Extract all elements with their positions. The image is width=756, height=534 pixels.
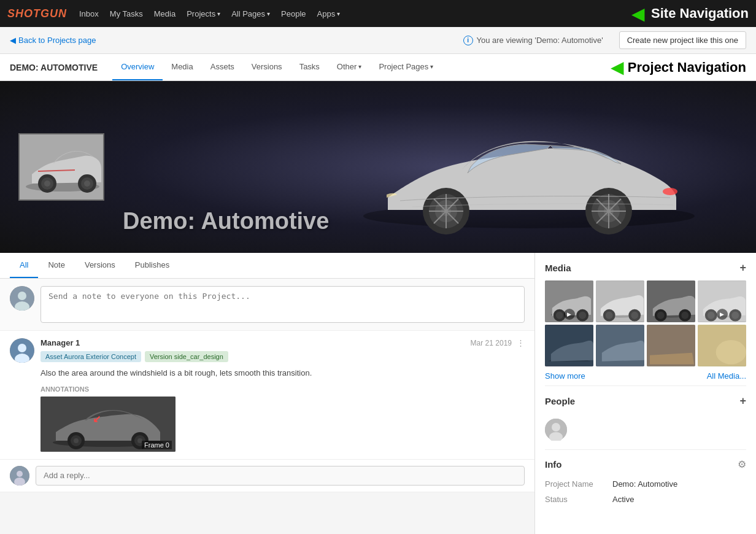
media-thumb-1[interactable]: ▶ bbox=[545, 281, 593, 322]
comment-author-avatar bbox=[10, 338, 34, 363]
tab-note[interactable]: Note bbox=[38, 253, 74, 278]
left-panel: All Note Versions Publishes bbox=[0, 253, 535, 534]
frame-label: Frame 0 bbox=[142, 441, 172, 449]
comment-tags: Asset Aurora Exterior Concept Version si… bbox=[40, 351, 525, 362]
project-pages-dropdown-arrow: ▾ bbox=[430, 63, 433, 70]
reply-avatar bbox=[10, 466, 29, 486]
nav-inbox[interactable]: Inbox bbox=[79, 9, 99, 18]
project-navigation: DEMO: AUTOMOTIVE Overview Media Assets V… bbox=[0, 54, 756, 81]
people-section-header: People + bbox=[535, 386, 756, 414]
person-avatar-1[interactable] bbox=[545, 419, 567, 441]
media-thumb-8[interactable] bbox=[698, 325, 746, 366]
svg-point-61 bbox=[657, 312, 665, 319]
hero-thumbnail[interactable] bbox=[18, 133, 104, 201]
comment-author-name: Manager 1 bbox=[40, 338, 80, 347]
media-thumb-5[interactable] bbox=[545, 325, 593, 366]
svg-point-57 bbox=[631, 312, 638, 319]
comment-header: Manager 1 Mar 21 2019 ⋮ bbox=[40, 338, 525, 347]
info-label-status: Status bbox=[545, 495, 612, 504]
media-thumb-3[interactable] bbox=[647, 281, 695, 322]
top-nav-links: Inbox My Tasks Media Projects ▾ All Page… bbox=[79, 9, 340, 18]
gear-icon[interactable]: ⚙ bbox=[738, 459, 746, 470]
comment-date: Mar 21 2019 bbox=[471, 339, 512, 347]
create-project-button[interactable]: Create new project like this one bbox=[619, 31, 746, 49]
tab-versions[interactable]: Versions bbox=[75, 253, 125, 278]
svg-point-74 bbox=[716, 340, 746, 365]
reply-input-field[interactable] bbox=[36, 466, 525, 486]
people-avatars bbox=[535, 414, 756, 449]
tab-assets[interactable]: Assets bbox=[202, 54, 243, 80]
comment-options-icon[interactable]: ⋮ bbox=[517, 338, 525, 347]
svg-point-76 bbox=[552, 423, 560, 431]
info-section: Info ⚙ Project Name Demo: Automotive Sta… bbox=[535, 450, 756, 507]
tab-versions[interactable]: Versions bbox=[243, 54, 291, 80]
nav-projects[interactable]: Projects ▾ bbox=[187, 9, 220, 18]
reply-area bbox=[0, 460, 534, 492]
top-nav-right: ◀ Site Navigation bbox=[631, 4, 749, 24]
comment-text: Also the area around the windshield is a… bbox=[40, 367, 525, 379]
info-label-project-name: Project Name bbox=[545, 479, 612, 489]
banner-bar: ◀ Back to Projects page i You are viewin… bbox=[0, 27, 756, 54]
main-content: All Note Versions Publishes bbox=[0, 253, 756, 534]
back-to-projects-link[interactable]: ◀ Back to Projects page bbox=[10, 36, 96, 45]
project-nav-links: Overview Media Assets Versions Tasks Oth… bbox=[112, 54, 442, 80]
all-pages-dropdown-arrow: ▾ bbox=[267, 10, 270, 17]
media-thumb-2[interactable] bbox=[596, 281, 644, 322]
tab-media[interactable]: Media bbox=[163, 54, 201, 80]
svg-point-19 bbox=[663, 188, 677, 195]
apps-dropdown-arrow: ▾ bbox=[337, 10, 340, 17]
right-panel: Media + ▶ ▶ bbox=[535, 253, 756, 534]
tab-all[interactable]: All bbox=[10, 253, 38, 278]
info-row-project-name: Project Name Demo: Automotive bbox=[535, 476, 756, 492]
viewing-info: i You are viewing 'Demo: Automotive' bbox=[463, 36, 603, 45]
current-user-avatar bbox=[10, 286, 34, 311]
media-thumb-6[interactable] bbox=[596, 325, 644, 366]
play-icon-4: ▶ bbox=[717, 309, 728, 320]
svg-point-38 bbox=[74, 438, 79, 443]
annotation-image[interactable]: ↙ Frame 0 bbox=[40, 397, 176, 452]
people-add-button[interactable]: + bbox=[739, 395, 746, 408]
nav-people[interactable]: People bbox=[281, 9, 306, 18]
all-media-link[interactable]: All Media... bbox=[707, 371, 746, 381]
media-thumb-7[interactable] bbox=[647, 325, 695, 366]
activity-tabs: All Note Versions Publishes bbox=[0, 253, 534, 279]
project-nav-right: ◀ Project Navigation bbox=[611, 57, 746, 77]
projects-dropdown-arrow: ▾ bbox=[217, 10, 220, 17]
svg-point-67 bbox=[708, 312, 715, 319]
info-row-status: Status Active bbox=[535, 492, 756, 507]
project-title: DEMO: AUTOMOTIVE bbox=[10, 63, 98, 72]
info-section-header: Info ⚙ bbox=[535, 450, 756, 476]
site-nav-label: Site Navigation bbox=[651, 6, 749, 21]
svg-point-29 bbox=[18, 292, 26, 300]
tab-overview[interactable]: Overview bbox=[112, 54, 163, 80]
people-section-title: People bbox=[545, 396, 575, 406]
nav-all-pages[interactable]: All Pages ▾ bbox=[231, 9, 270, 18]
hero-car-image bbox=[339, 93, 719, 253]
info-value-project-name: Demo: Automotive bbox=[612, 479, 677, 489]
show-more-link[interactable]: Show more bbox=[545, 371, 585, 381]
site-nav-arrow-icon: ◀ bbox=[631, 4, 645, 24]
tab-publishes[interactable]: Publishes bbox=[125, 253, 179, 278]
svg-text:↙: ↙ bbox=[93, 414, 101, 424]
nav-media[interactable]: Media bbox=[154, 9, 176, 18]
media-section-title: Media bbox=[545, 263, 571, 273]
tag-version[interactable]: Version side_car_design bbox=[145, 351, 228, 362]
tab-tasks[interactable]: Tasks bbox=[291, 54, 328, 80]
media-thumb-4[interactable]: ▶ bbox=[698, 281, 746, 322]
comment-content: Manager 1 Mar 21 2019 ⋮ Asset Aurora Ext… bbox=[40, 338, 525, 452]
people-section: People + bbox=[535, 386, 756, 449]
note-input-field[interactable] bbox=[40, 286, 525, 323]
tab-project-pages[interactable]: Project Pages ▾ bbox=[370, 54, 442, 80]
annotations-label: ANNOTATIONS bbox=[40, 385, 525, 393]
svg-point-55 bbox=[606, 312, 613, 319]
svg-point-63 bbox=[681, 312, 688, 319]
tab-other[interactable]: Other ▾ bbox=[328, 54, 371, 80]
svg-point-27 bbox=[84, 180, 90, 187]
info-icon: i bbox=[463, 36, 473, 45]
tag-asset[interactable]: Asset Aurora Exterior Concept bbox=[40, 351, 141, 362]
nav-apps[interactable]: Apps ▾ bbox=[317, 9, 341, 18]
media-add-button[interactable]: + bbox=[739, 261, 746, 274]
hero-banner: Demo: Automotive bbox=[0, 81, 756, 253]
note-input-area bbox=[0, 279, 534, 331]
nav-my-tasks[interactable]: My Tasks bbox=[110, 9, 143, 18]
